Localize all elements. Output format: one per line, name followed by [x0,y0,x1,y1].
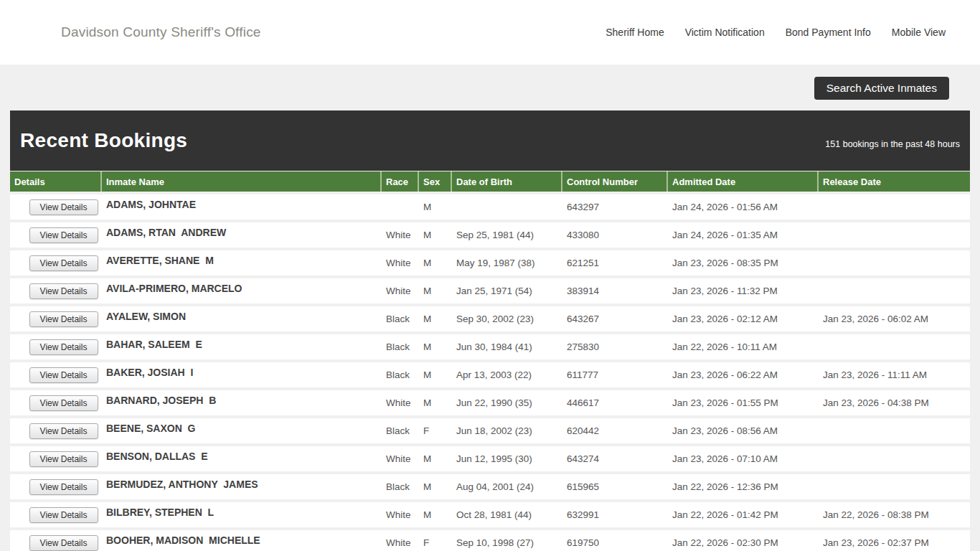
inmate-name-cell: BAHAR, SALEEM E [102,339,382,350]
table-row: View Details ADAMS, JOHNTAE M 643297 Jan… [10,194,970,220]
search-row: Search Active Inmates [0,65,980,110]
details-cell: View Details [10,524,102,551]
dob-cell: Jun 22, 1990 (35) [452,397,562,408]
control-number-cell: 643267 [562,314,668,324]
search-active-inmates-button[interactable]: Search Active Inmates [814,77,949,100]
view-details-button[interactable]: View Details [29,395,98,411]
view-details-button[interactable]: View Details [29,227,98,243]
control-number-cell: 643297 [562,202,668,212]
sex-cell: F [419,537,452,548]
race-cell: White [382,258,419,268]
admitted-date-cell: Jan 23, 2026 - 07:10 AM [668,453,819,464]
race-cell: Black [382,314,419,324]
sex-cell: M [419,509,452,520]
inmate-name-cell: AYALEW, SIMON [102,311,382,322]
inmate-name-cell: ADAMS, RTAN ANDREW [102,227,382,238]
race-cell: Black [382,481,419,492]
dob-cell: Sep 10, 1998 (27) [452,537,562,548]
inmate-name-cell: BERMUDEZ, ANTHONY JAMES [102,479,382,490]
dob-cell: Aug 04, 2001 (24) [452,481,562,492]
admitted-date-cell: Jan 22, 2026 - 10:11 AM [668,342,819,352]
dob-cell: Sep 30, 2002 (23) [452,314,562,324]
table-row: View Details BEENE, SAXON G Black F Jun … [10,418,970,443]
sex-cell: M [419,286,452,296]
site-title: Davidson County Sheriff's Office [61,24,261,40]
column-header-race: Race [382,171,419,192]
control-number-cell: 643274 [562,453,668,464]
dob-cell: Apr 13, 2003 (22) [452,369,562,380]
nav-sheriff-home[interactable]: Sheriff Home [606,27,664,38]
table-row: View Details ADAMS, RTAN ANDREW White M … [10,222,970,248]
view-details-button[interactable]: View Details [29,311,98,327]
table-row: View Details BARNARD, JOSEPH B White M J… [10,390,970,415]
admitted-date-cell: Jan 22, 2026 - 12:36 PM [668,481,819,492]
admitted-date-cell: Jan 23, 2026 - 08:35 PM [668,258,819,268]
admitted-date-cell: Jan 23, 2026 - 11:32 PM [668,286,819,296]
top-header: Davidson County Sheriff's Office Sheriff… [0,0,980,65]
view-details-button[interactable]: View Details [29,423,98,439]
control-number-cell: 619750 [562,537,668,548]
table-row: View Details BILBREY, STEPHEN L White M … [10,502,970,527]
inmate-name-cell: AVILA-PRIMERO, MARCELO [102,283,382,294]
sex-cell: M [419,258,452,268]
view-details-button[interactable]: View Details [29,507,98,523]
table-header-row: Details Inmate Name Race Sex Date of Bir… [10,171,970,192]
column-header-control-number: Control Number [562,171,668,192]
table-row: View Details AVERETTE, SHANE M White M M… [10,250,970,276]
dob-cell: Jan 25, 1971 (54) [452,286,562,296]
release-date-cell: Jan 23, 2026 - 11:11 AM [819,369,970,380]
nav-victim-notification[interactable]: Victim Notification [685,27,765,38]
view-details-button[interactable]: View Details [29,339,98,355]
control-number-cell: 621251 [562,258,668,268]
column-header-admitted-date: Admitted Date [668,171,819,192]
bookings-table-body: View Details ADAMS, JOHNTAE M 643297 Jan… [10,194,970,551]
release-date-cell: Jan 23, 2026 - 04:38 PM [819,397,970,408]
view-details-button[interactable]: View Details [29,283,98,299]
admitted-date-cell: Jan 23, 2026 - 08:56 AM [668,425,819,436]
race-cell: Black [382,342,419,352]
sex-cell: M [419,453,452,464]
race-cell: Black [382,425,419,436]
column-header-sex: Sex [419,171,452,192]
dob-cell: Jun 12, 1995 (30) [452,453,562,464]
sex-cell: M [419,481,452,492]
control-number-cell: 275830 [562,342,668,352]
sex-cell: M [419,230,452,240]
admitted-date-cell: Jan 24, 2026 - 01:35 AM [668,230,819,240]
view-details-button[interactable]: View Details [29,367,98,383]
control-number-cell: 632991 [562,509,668,520]
table-row: View Details BOOHER, MADISON MICHELLE Wh… [10,530,970,551]
admitted-date-cell: Jan 24, 2026 - 01:56 AM [668,202,819,212]
sex-cell: M [419,202,452,212]
view-details-button[interactable]: View Details [29,255,98,271]
admitted-date-cell: Jan 23, 2026 - 01:55 PM [668,397,819,408]
nav-bond-payment-info[interactable]: Bond Payment Info [786,27,871,38]
admitted-date-cell: Jan 22, 2026 - 02:30 PM [668,537,819,548]
race-cell: White [382,397,419,408]
view-details-button[interactable]: View Details [29,479,98,495]
race-cell: White [382,537,419,548]
control-number-cell: 611777 [562,369,668,380]
main-nav: Sheriff Home Victim Notification Bond Pa… [606,27,946,38]
view-details-button[interactable]: View Details [29,199,98,215]
dob-cell: Oct 28, 1981 (44) [452,509,562,520]
view-details-button[interactable]: View Details [29,451,98,467]
inmate-name-cell: AVERETTE, SHANE M [102,255,382,266]
nav-mobile-view[interactable]: Mobile View [892,27,946,38]
release-date-cell: Jan 23, 2026 - 02:37 PM [819,537,970,548]
sex-cell: M [419,397,452,408]
release-date-cell: Jan 23, 2026 - 06:02 AM [819,314,970,324]
inmate-name-cell: BENSON, DALLAS E [102,451,382,462]
recent-bookings-header: Recent Bookings 151 bookings in the past… [10,110,970,171]
table-row: View Details AYALEW, SIMON Black M Sep 3… [10,306,970,331]
race-cell: Black [382,369,419,380]
dob-cell: Jun 18, 2002 (23) [452,425,562,436]
column-header-date-of-birth: Date of Birth [452,171,562,192]
table-row: View Details BAKER, JOSIAH I Black M Apr… [10,362,970,387]
control-number-cell: 615965 [562,481,668,492]
view-details-button[interactable]: View Details [29,535,98,551]
dob-cell: Sep 25, 1981 (44) [452,230,562,240]
sex-cell: M [419,369,452,380]
inmate-name-cell: BILBREY, STEPHEN L [102,507,382,518]
column-header-inmate-name: Inmate Name [102,171,382,192]
